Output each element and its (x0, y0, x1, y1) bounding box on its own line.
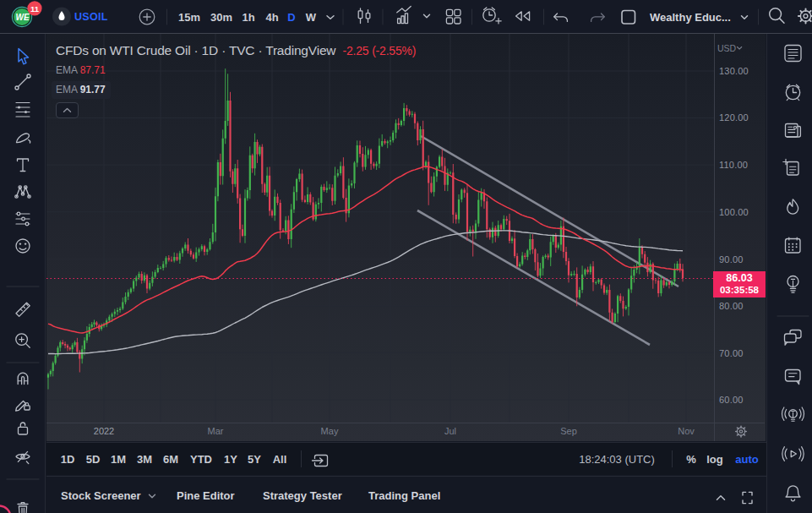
svg-text:WE: WE (15, 13, 29, 22)
svg-text:11: 11 (30, 4, 40, 14)
